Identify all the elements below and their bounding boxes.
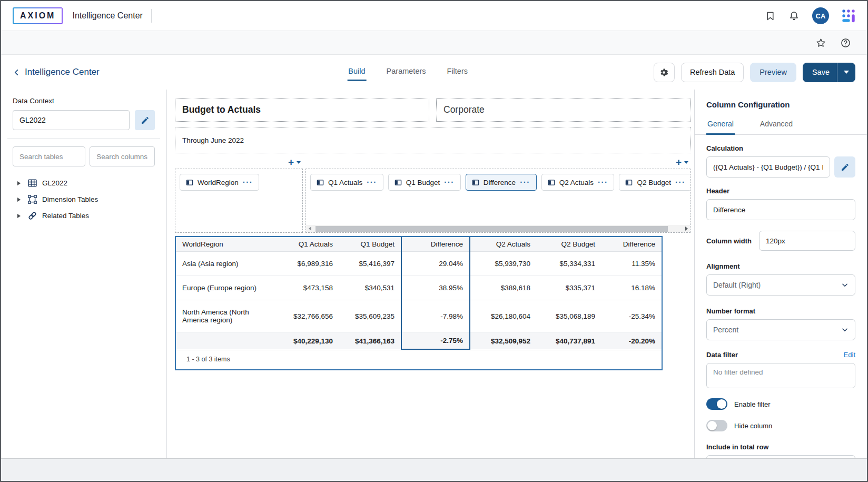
column-chip-q1-budget[interactable]: Q1 Budget: [388, 174, 461, 191]
bookmark-icon[interactable]: [765, 11, 776, 22]
table-cell: $32,766,656: [278, 300, 339, 332]
refresh-data-button[interactable]: Refresh Data: [681, 63, 744, 82]
data-filter-input[interactable]: No filter defined: [706, 363, 855, 388]
column-chip-worldregion[interactable]: WorldRegion: [180, 174, 259, 191]
tables-tree: GL2022Dimension TablesRelated Tables: [13, 175, 155, 224]
preview-button[interactable]: Preview: [750, 63, 796, 82]
gear-icon: [659, 67, 669, 77]
panel-tab-general[interactable]: General: [706, 117, 735, 135]
notifications-bell-icon[interactable]: [788, 11, 800, 22]
scroll-right-arrow[interactable]: [683, 225, 690, 232]
search-tables-input[interactable]: Search tables: [13, 146, 85, 166]
column-header-worldregion[interactable]: WorldRegion: [176, 237, 278, 252]
total-cell: $41,366,163: [339, 332, 401, 350]
tree-item-gl2022[interactable]: GL2022: [13, 175, 155, 191]
add-column-button[interactable]: +: [676, 157, 688, 167]
report-period-block[interactable]: Through June 2022: [175, 127, 691, 153]
back-link[interactable]: Intelligence Center: [13, 67, 100, 77]
column-header-q2-actuals[interactable]: Q2 Actuals: [470, 237, 537, 252]
favorite-star-icon[interactable]: [815, 37, 826, 48]
column-width-input[interactable]: 120px: [759, 231, 855, 251]
alignment-select[interactable]: Default (Right): [706, 274, 855, 296]
column-chip-q2-budget[interactable]: Q2 Budget: [619, 174, 691, 191]
scrollbar-thumb[interactable]: [315, 226, 668, 232]
table-header-row: WorldRegionQ1 ActualsQ1 BudgetDifference…: [176, 237, 662, 252]
table-cell: 29.04%: [401, 252, 470, 276]
tab-filters[interactable]: Filters: [446, 64, 469, 81]
column-header-difference[interactable]: Difference: [401, 237, 470, 252]
data-filter-label: Data filter: [706, 351, 738, 359]
column-configuration-panel: Column Configuration GeneralAdvanced Cal…: [694, 90, 867, 458]
panel-tabs: GeneralAdvanced: [695, 117, 867, 135]
search-columns-input[interactable]: Search columns: [90, 146, 155, 166]
app-title: Intelligence Center: [72, 11, 142, 21]
view-tabs: BuildParametersFilters: [347, 64, 469, 81]
tab-parameters[interactable]: Parameters: [386, 64, 427, 81]
table-row: Europe (Europe region)$473,158$340,53138…: [176, 276, 662, 300]
table-cell: $35,609,235: [339, 300, 401, 332]
report-canvas: Budget to Actuals Corporate Through June…: [167, 90, 694, 458]
report-title-block[interactable]: Budget to Actuals: [175, 98, 429, 122]
table-cell: $5,334,331: [537, 252, 601, 276]
link-icon: [27, 211, 37, 220]
total-cell: -2.75%: [401, 332, 470, 350]
enable-filter-toggle[interactable]: [706, 398, 727, 410]
panel-tab-advanced[interactable]: Advanced: [759, 117, 794, 135]
pencil-icon: [141, 116, 150, 125]
report-subtitle-block[interactable]: Corporate: [436, 98, 691, 122]
column-header-difference[interactable]: Difference: [601, 237, 662, 252]
help-icon[interactable]: [840, 37, 851, 48]
calculation-input[interactable]: ({Q1 Actuals} - {Q1 Budget}) / {Q1 Bud…: [706, 156, 830, 178]
columns-scrollbar[interactable]: [306, 225, 690, 232]
save-dropdown-toggle[interactable]: [837, 63, 855, 82]
number-format-select[interactable]: Percent: [706, 319, 855, 340]
total-cell: -20.20%: [601, 332, 662, 350]
user-avatar[interactable]: CA: [812, 7, 829, 24]
chevron-down-icon: [841, 326, 849, 333]
column-header-q1-budget[interactable]: Q1 Budget: [339, 237, 401, 252]
save-button-label: Save: [803, 68, 837, 76]
edit-filter-link[interactable]: Edit: [844, 351, 855, 359]
tab-build[interactable]: Build: [347, 64, 366, 81]
app-grid-icon[interactable]: [842, 9, 855, 23]
table-cell: $340,531: [339, 276, 401, 300]
columns-zone: Q1 ActualsQ1 BudgetDifferenceQ2 ActualsQ…: [305, 169, 691, 233]
table-cell: Europe (Europe region): [176, 276, 278, 300]
axiom-logo[interactable]: AXIOM: [13, 7, 63, 24]
axiom-logo-text: AXIOM: [14, 8, 62, 23]
column-chip-difference[interactable]: Difference: [466, 174, 537, 191]
expand-caret-icon[interactable]: [17, 181, 21, 185]
hide-column-label: Hide column: [734, 422, 772, 430]
total-cell: $40,737,891: [537, 332, 601, 350]
enable-filter-label: Enable filter: [734, 400, 771, 408]
data-context-sidebar: Data Context GL2022 Search tables Search…: [1, 90, 167, 458]
save-button[interactable]: Save: [803, 63, 855, 82]
back-link-label: Intelligence Center: [25, 67, 100, 77]
expand-caret-icon[interactable]: [17, 198, 21, 202]
tree-item-dimension-tables[interactable]: Dimension Tables: [13, 191, 155, 208]
column-header-q1-actuals[interactable]: Q1 Actuals: [278, 237, 339, 252]
column-chip-q1-actuals[interactable]: Q1 Actuals: [310, 174, 383, 191]
column-icon: [472, 179, 479, 186]
calculation-label: Calculation: [706, 144, 855, 152]
include-total-select[interactable]: Default (true): [706, 455, 855, 458]
expand-caret-icon[interactable]: [17, 214, 21, 218]
column-header-q2-budget[interactable]: Q2 Budget: [537, 237, 601, 252]
header-label: Header: [706, 187, 855, 195]
table-cell: Asia (Asia region): [176, 252, 278, 276]
column-chip-q2-actuals[interactable]: Q2 Actuals: [541, 174, 615, 191]
edit-data-context-button[interactable]: [135, 110, 155, 130]
data-table-component[interactable]: WorldRegionQ1 ActualsQ1 BudgetDifference…: [175, 236, 663, 370]
report-toolbar: Intelligence Center BuildParametersFilte…: [1, 55, 867, 90]
hide-column-toggle[interactable]: [706, 420, 727, 431]
panel-title: Column Configuration: [706, 100, 855, 109]
column-icon: [317, 179, 324, 186]
data-context-input[interactable]: GL2022: [13, 110, 130, 130]
settings-gear-button[interactable]: [654, 63, 675, 82]
edit-calculation-button[interactable]: [834, 156, 855, 178]
add-row-group-button[interactable]: +: [288, 157, 301, 167]
tree-item-related-tables[interactable]: Related Tables: [13, 208, 155, 224]
scroll-left-arrow[interactable]: [306, 225, 313, 232]
column-icon: [548, 179, 555, 186]
header-input[interactable]: Difference: [706, 199, 855, 220]
